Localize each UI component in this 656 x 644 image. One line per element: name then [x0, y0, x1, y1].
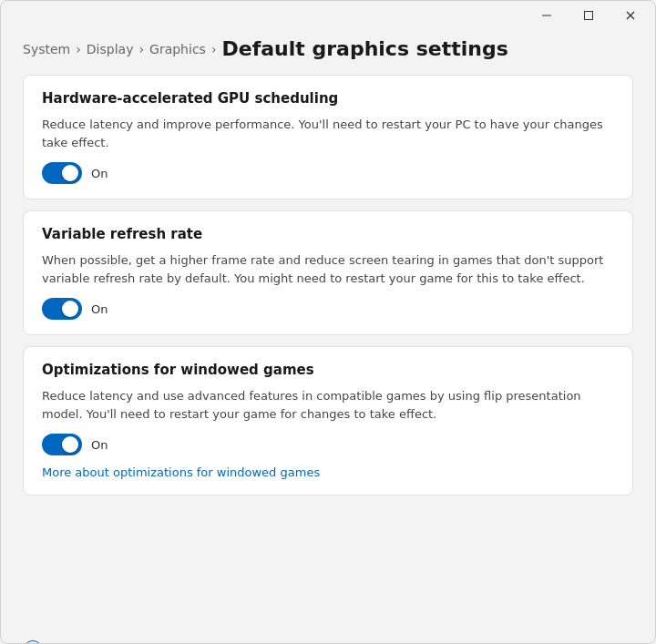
- breadcrumb-display[interactable]: Display: [87, 42, 134, 56]
- breadcrumb-sep-2: ›: [138, 42, 144, 56]
- page-title: Default graphics settings: [221, 37, 507, 60]
- toggle-row-variable-refresh: On: [42, 298, 614, 320]
- get-help-item[interactable]: ? Get help: [23, 637, 633, 644]
- toggle-windowed-games-label: On: [91, 438, 108, 452]
- toggle-variable-refresh-label: On: [91, 302, 108, 316]
- footer-links: ? Get help Give feedback: [1, 626, 655, 644]
- toggle-hardware-gpu[interactable]: [42, 162, 82, 184]
- breadcrumb-sep-3: ›: [211, 42, 217, 56]
- close-button[interactable]: [610, 1, 651, 30]
- svg-rect-1: [585, 12, 593, 20]
- breadcrumb-system[interactable]: System: [23, 42, 70, 56]
- toggle-row-hardware-gpu: On: [42, 162, 614, 184]
- svg-rect-0: [542, 15, 551, 16]
- maximize-button[interactable]: [568, 1, 610, 30]
- section-variable-refresh: Variable refresh rate When possible, get…: [23, 210, 633, 335]
- title-bar: [1, 1, 655, 30]
- toggle-windowed-games[interactable]: [42, 434, 82, 455]
- minimize-button[interactable]: [526, 1, 568, 30]
- windowed-games-link-row: More about optimizations for windowed ga…: [42, 463, 614, 480]
- toggle-variable-refresh[interactable]: [42, 298, 82, 320]
- section-hardware-gpu: Hardware-accelerated GPU scheduling Redu…: [23, 75, 633, 199]
- section-variable-refresh-title: Variable refresh rate: [42, 226, 614, 242]
- breadcrumb-sep-1: ›: [76, 42, 81, 56]
- breadcrumb: System › Display › Graphics › Default gr…: [1, 30, 655, 75]
- breadcrumb-graphics[interactable]: Graphics: [149, 42, 206, 56]
- content-area: Hardware-accelerated GPU scheduling Redu…: [1, 75, 655, 626]
- section-windowed-games: Optimizations for windowed games Reduce …: [23, 346, 633, 496]
- section-variable-refresh-desc: When possible, get a higher frame rate a…: [42, 251, 614, 287]
- help-icon: ?: [23, 640, 43, 644]
- section-hardware-gpu-title: Hardware-accelerated GPU scheduling: [42, 90, 614, 107]
- toggle-hardware-gpu-label: On: [91, 167, 108, 180]
- windowed-games-more-link[interactable]: More about optimizations for windowed ga…: [42, 465, 320, 479]
- section-hardware-gpu-desc: Reduce latency and improve performance. …: [42, 116, 614, 151]
- toggle-row-windowed-games: On: [42, 434, 614, 455]
- section-windowed-games-title: Optimizations for windowed games: [42, 362, 614, 378]
- window: System › Display › Graphics › Default gr…: [0, 0, 656, 644]
- section-windowed-games-desc: Reduce latency and use advanced features…: [42, 387, 614, 423]
